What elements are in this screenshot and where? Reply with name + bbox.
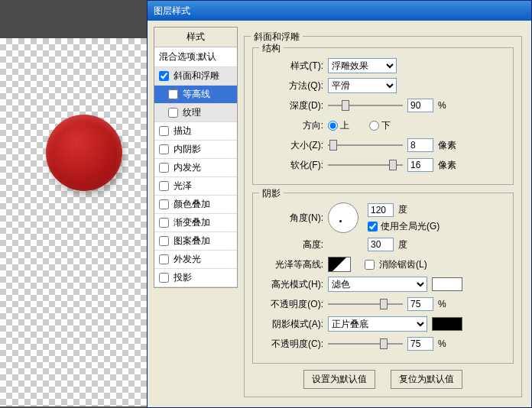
style-row-color-overlay[interactable]: 颜色叠加 [154,196,237,214]
angle-label: 角度(N): [261,212,323,225]
style-label: 光泽 [174,180,192,193]
style-label: 斜面和浮雕 [174,70,219,83]
style-check-drop-shadow[interactable] [159,273,169,283]
sh-opacity-label: 不透明度(C): [261,338,323,351]
hl-mode-select[interactable]: 滤色 [328,277,427,292]
soften-slider[interactable] [328,158,403,172]
transparency-checker [0,38,159,406]
dir-down-radio[interactable] [369,121,379,131]
soften-label: 软化(F): [261,159,323,172]
structure-group: 结构 样式(T): 浮雕效果 方法(Q): 平滑 深度(D): % [252,47,514,185]
style-label: 渐变叠加 [174,216,210,229]
style-row-inner-glow[interactable]: 内发光 [154,159,237,177]
layer-style-dialog: 图层样式 样式 混合选项:默认 斜面和浮雕 等高线 纹理 [147,0,532,408]
hl-opacity-unit: % [438,299,461,309]
style-row-inner-shadow[interactable]: 内阴影 [154,141,237,159]
size-unit: 像素 [438,139,461,152]
method-select[interactable]: 平滑 [328,78,397,93]
sh-mode-label: 阴影模式(A): [261,318,323,331]
preview-circle [46,115,122,191]
hl-opacity-slider[interactable] [328,297,403,311]
style-row-outer-glow[interactable]: 外发光 [154,251,237,269]
style-label: 内阴影 [174,143,201,156]
structure-title: 结构 [259,42,284,55]
angle-dial[interactable] [328,202,358,233]
style-check-outer-glow[interactable] [159,254,169,264]
antialias-check[interactable] [365,260,375,270]
style-check-gradient-overlay[interactable] [159,218,169,228]
style-label: 图案叠加 [174,235,210,248]
angle-input[interactable] [368,203,394,217]
hl-mode-label: 高光模式(H): [261,278,323,291]
sh-color-swatch[interactable] [432,317,462,331]
depth-slider[interactable] [328,99,403,112]
depth-input[interactable] [407,99,433,112]
style-select[interactable]: 浮雕效果 [328,58,397,73]
style-label: 描边 [174,125,192,138]
style-check-contour[interactable] [168,89,178,99]
dir-down-label: 下 [381,119,391,132]
styles-list-column: 样式 混合选项:默认 斜面和浮雕 等高线 纹理 描边 [148,21,244,407]
style-check-satin[interactable] [159,181,169,191]
style-row-bevel[interactable]: 斜面和浮雕 [154,67,237,86]
sh-opacity-slider[interactable] [328,337,403,351]
sh-opacity-input[interactable] [407,337,433,351]
gloss-contour-swatch[interactable] [328,257,351,272]
global-light-label: 使用全局光(G) [381,220,440,233]
style-check-pattern-overlay[interactable] [159,236,169,246]
style-check-inner-glow[interactable] [159,163,169,173]
style-label: 投影 [174,271,192,284]
style-row-satin[interactable]: 光泽 [154,177,237,196]
soften-unit: 像素 [438,159,461,172]
style-label: 纹理 [183,106,201,119]
altitude-label: 高度: [261,238,323,251]
style-check-stroke[interactable] [159,126,169,136]
altitude-unit: 度 [398,238,407,251]
dir-up-label: 上 [340,119,349,132]
hl-opacity-input[interactable] [407,297,433,311]
shading-group: 阴影 角度(N): 度 使用全局光(G) [252,193,514,364]
style-row-texture[interactable]: 纹理 [154,104,237,122]
size-slider[interactable] [328,138,403,152]
altitude-input[interactable] [368,238,394,251]
style-row-drop-shadow[interactable]: 投影 [154,269,237,287]
styles-header: 样式 [154,28,237,47]
size-input[interactable] [407,138,433,152]
size-label: 大小(Z): [261,139,323,152]
style-label: 颜色叠加 [174,198,210,211]
style-check-color-overlay[interactable] [159,199,169,209]
sh-mode-select[interactable]: 正片叠底 [328,316,427,332]
set-default-button[interactable]: 设置为默认值 [303,370,375,389]
blend-options-row[interactable]: 混合选项:默认 [154,47,237,67]
style-label: 等高线 [183,88,210,101]
hl-opacity-label: 不透明度(O): [261,298,323,311]
dialog-title: 图层样式 [154,5,190,18]
reset-default-button[interactable]: 复位为默认值 [391,370,462,389]
direction-label: 方向: [261,119,323,132]
soften-input[interactable] [407,158,433,172]
style-check-inner-shadow[interactable] [159,144,169,154]
method-label: 方法(Q): [261,79,323,92]
shading-title: 阴影 [259,187,284,200]
dir-up-radio[interactable] [328,121,338,131]
style-label: 样式(T): [261,60,323,73]
style-row-pattern-overlay[interactable]: 图案叠加 [154,232,237,251]
bevel-fieldset: 斜面和浮雕 结构 样式(T): 浮雕效果 方法(Q): 平滑 深度(D): [244,36,522,397]
depth-unit: % [438,100,461,111]
style-row-gradient-overlay[interactable]: 渐变叠加 [154,214,237,232]
style-label: 外发光 [174,253,201,266]
angle-unit: 度 [398,203,407,216]
settings-column: 斜面和浮雕 结构 样式(T): 浮雕效果 方法(Q): 平滑 深度(D): [244,21,531,407]
style-label: 内发光 [174,161,201,174]
global-light-check[interactable] [368,222,378,232]
style-row-stroke[interactable]: 描边 [154,122,237,141]
dialog-titlebar[interactable]: 图层样式 [148,1,531,21]
gloss-label: 光泽等高线: [261,258,323,271]
sh-opacity-unit: % [438,338,461,349]
style-check-bevel[interactable] [159,71,169,81]
depth-label: 深度(D): [261,99,323,112]
hl-color-swatch[interactable] [432,277,462,291]
antialias-label: 消除锯齿(L) [379,258,427,271]
style-check-texture[interactable] [168,108,178,118]
style-row-contour[interactable]: 等高线 [154,86,237,104]
